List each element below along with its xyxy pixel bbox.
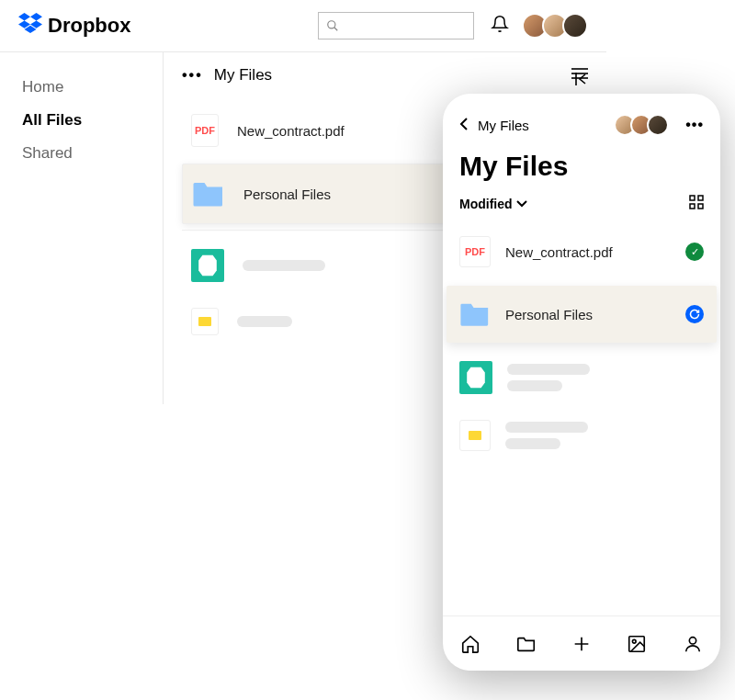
file-row[interactable]: Personal Files: [447, 286, 717, 343]
placeholder-text: [505, 438, 560, 449]
tab-photos[interactable]: [618, 626, 655, 662]
notifications-icon[interactable]: [491, 15, 509, 37]
sort-label: Modified: [459, 197, 513, 211]
svg-rect-9: [698, 204, 703, 209]
placeholder-text: [507, 364, 590, 375]
svg-rect-7: [698, 196, 703, 200]
sidebar: Home All Files Shared: [0, 52, 164, 404]
pdf-icon: PDF: [191, 114, 219, 147]
file-row[interactable]: [447, 407, 717, 464]
more-icon[interactable]: •••: [685, 117, 704, 133]
mobile-header: My Files •••: [443, 94, 720, 145]
svg-line-1: [334, 28, 338, 31]
svg-rect-8: [690, 204, 695, 209]
search-input[interactable]: [318, 12, 474, 40]
pdf-icon: PDF: [459, 236, 491, 267]
placeholder-text: [505, 422, 588, 433]
grid-view-icon[interactable]: [689, 195, 704, 212]
more-icon[interactable]: •••: [182, 67, 203, 84]
image-thumbnail: [191, 249, 224, 282]
folder-icon: [459, 299, 491, 330]
sidebar-item-shared[interactable]: Shared: [0, 137, 163, 170]
chevron-down-icon: [516, 200, 527, 208]
file-name: New_contract.pdf: [237, 123, 345, 139]
brand-name: Dropbox: [48, 14, 130, 38]
placeholder-text: [507, 380, 562, 391]
user-avatars[interactable]: [522, 13, 588, 39]
breadcrumb[interactable]: My Files: [214, 66, 272, 85]
back-icon[interactable]: [459, 118, 469, 133]
sidebar-item-all-files[interactable]: All Files: [0, 104, 163, 137]
synced-icon: ✓: [685, 243, 704, 261]
svg-point-0: [328, 21, 335, 28]
image-thumbnail: [459, 361, 492, 394]
mobile-file-list: PDF New_contract.pdf ✓ Personal Files: [443, 223, 720, 615]
avatar: [562, 13, 588, 39]
placeholder-text: [237, 316, 292, 327]
tab-home[interactable]: [452, 626, 489, 662]
sidebar-item-home[interactable]: Home: [0, 71, 163, 104]
tab-add[interactable]: [563, 626, 600, 662]
collapse-panel-icon[interactable]: [574, 71, 591, 91]
slides-icon: [459, 420, 491, 451]
breadcrumb[interactable]: My Files: [478, 118, 605, 133]
mobile-tabbar: [443, 615, 720, 671]
slides-icon: [191, 308, 219, 335]
avatar: [647, 114, 669, 136]
tab-account[interactable]: [674, 626, 711, 662]
svg-point-13: [633, 639, 637, 643]
placeholder-text: [243, 260, 325, 271]
file-name: New_contract.pdf: [505, 244, 671, 260]
dropbox-icon: [18, 13, 42, 39]
folder-icon: [192, 177, 225, 210]
app-logo[interactable]: Dropbox: [18, 13, 130, 39]
tab-files[interactable]: [508, 626, 545, 662]
header: Dropbox: [0, 0, 606, 51]
user-avatars[interactable]: [614, 114, 669, 136]
file-name: Personal Files: [243, 186, 331, 202]
search-icon: [326, 19, 339, 32]
svg-rect-6: [690, 196, 695, 200]
mobile-mockup: My Files ••• My Files Modified PDF New_c…: [443, 94, 720, 671]
svg-point-14: [689, 637, 695, 643]
sort-dropdown[interactable]: Modified: [459, 197, 527, 211]
page-title: My Files: [443, 145, 720, 195]
file-name: Personal Files: [505, 307, 671, 322]
syncing-icon: [685, 305, 704, 323]
file-row[interactable]: [447, 348, 717, 407]
file-row[interactable]: PDF New_contract.pdf ✓: [447, 223, 717, 280]
